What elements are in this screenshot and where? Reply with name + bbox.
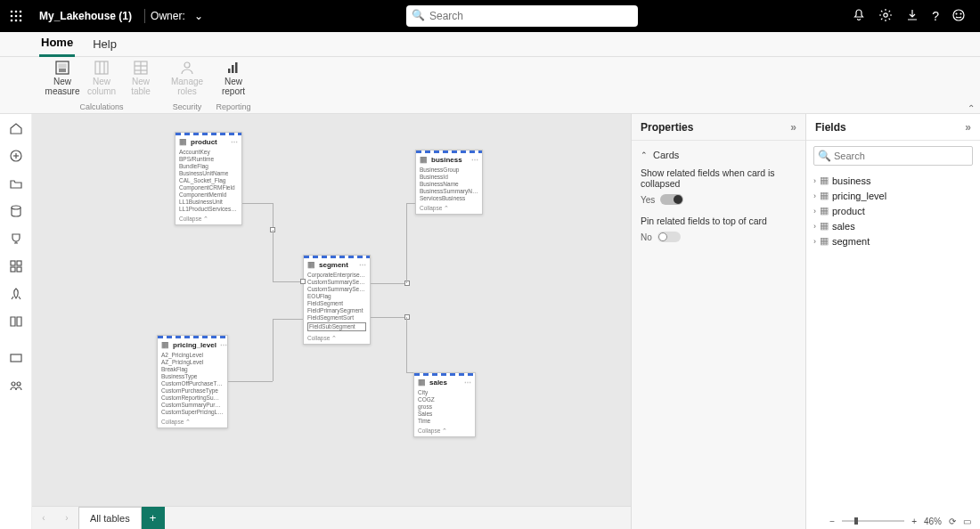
notifications-button[interactable] bbox=[852, 8, 866, 25]
table-icon: ▦ bbox=[420, 155, 428, 164]
group-label-calculations: Calculations bbox=[79, 102, 123, 113]
entity-collapse[interactable]: Collapse ⌃ bbox=[414, 427, 475, 436]
relationship-line[interactable] bbox=[406, 317, 407, 372]
relationship-line[interactable] bbox=[371, 283, 406, 284]
collapse-fields-icon[interactable]: » bbox=[965, 121, 971, 134]
relationship-endpoint[interactable] bbox=[404, 281, 410, 286]
global-search: 🔍 bbox=[406, 5, 638, 27]
apps-icon bbox=[9, 259, 23, 273]
svg-point-24 bbox=[184, 62, 190, 68]
table-icon: ▦ bbox=[418, 378, 426, 387]
pin-related-toggle[interactable] bbox=[657, 232, 681, 242]
cards-section-header[interactable]: ⌃ Cards bbox=[641, 146, 796, 164]
relationship-line[interactable] bbox=[228, 381, 273, 382]
entity-more-icon[interactable]: ⋯ bbox=[231, 138, 238, 146]
layout-tab-all-tables[interactable]: All tables bbox=[78, 507, 142, 529]
folder-icon bbox=[9, 176, 23, 191]
tab-help[interactable]: Help bbox=[91, 34, 118, 56]
svg-point-1 bbox=[15, 11, 18, 13]
entity-more-icon[interactable]: ⋯ bbox=[464, 378, 471, 387]
nav-metrics[interactable] bbox=[9, 232, 23, 248]
nav-learn[interactable] bbox=[9, 314, 23, 331]
fields-pane: Fields » 🔍 ›▦business ›▦pricing_level ›▦… bbox=[805, 114, 980, 529]
svg-rect-17 bbox=[95, 61, 108, 74]
nav-apps[interactable] bbox=[9, 259, 23, 276]
entity-more-icon[interactable]: ⋯ bbox=[471, 156, 478, 164]
toggle-yes-label: Yes bbox=[641, 195, 655, 205]
download-button[interactable] bbox=[905, 8, 919, 25]
nav-data-hub[interactable] bbox=[9, 204, 23, 221]
show-related-toggle[interactable] bbox=[660, 194, 683, 205]
chevron-right-icon: › bbox=[813, 176, 816, 185]
relationship-line[interactable] bbox=[406, 372, 413, 373]
relationship-line[interactable] bbox=[273, 230, 274, 281]
global-search-input[interactable] bbox=[406, 5, 638, 27]
field-table-product[interactable]: ›▦product bbox=[813, 203, 973, 218]
field-table-business[interactable]: ›▦business bbox=[813, 173, 973, 188]
entity-title: sales bbox=[429, 378, 447, 387]
relationship-line[interactable] bbox=[273, 281, 303, 282]
owner-dropdown[interactable]: Owner: ⌄ bbox=[151, 10, 207, 22]
tab-scroll-left[interactable]: ‹ bbox=[32, 507, 55, 529]
entity-more-icon[interactable]: ⋯ bbox=[220, 341, 227, 349]
zoom-in-button[interactable]: + bbox=[911, 517, 917, 526]
new-column-button: Newcolumn bbox=[84, 57, 119, 98]
entity-title: pricing_level bbox=[173, 341, 216, 349]
entity-segment[interactable]: ▦segment⋯ CorporateEnterpriseFlag Custom… bbox=[303, 255, 371, 345]
tab-home[interactable]: Home bbox=[39, 32, 75, 57]
relationship-line[interactable] bbox=[273, 319, 274, 381]
svg-point-12 bbox=[960, 13, 961, 14]
entity-collapse[interactable]: Collapse ⌃ bbox=[176, 215, 241, 224]
entity-product[interactable]: ▦product⋯ AccountKey BPS/Runtime BundleF… bbox=[175, 132, 242, 225]
entity-collapse[interactable]: Collapse ⌃ bbox=[158, 418, 227, 427]
nav-home[interactable] bbox=[9, 121, 23, 138]
relationship-line[interactable] bbox=[242, 203, 273, 204]
ribbon-group-security: Manageroles Security bbox=[164, 57, 210, 113]
nav-workspaces[interactable] bbox=[9, 378, 23, 395]
field-table-pricing-level[interactable]: ›▦pricing_level bbox=[813, 188, 973, 203]
nav-browse[interactable] bbox=[9, 176, 23, 193]
new-report-button[interactable]: Newreport bbox=[216, 57, 251, 98]
tab-scroll-right[interactable]: › bbox=[55, 507, 78, 529]
field-table-segment[interactable]: ›▦segment bbox=[813, 233, 973, 248]
zoom-slider[interactable] bbox=[842, 520, 904, 522]
datahub-icon bbox=[9, 204, 23, 218]
entity-pricing-level[interactable]: ▦pricing_level⋯ A2_PricingLevel AZ_Prici… bbox=[157, 335, 228, 428]
relationship-endpoint[interactable] bbox=[300, 279, 306, 284]
nav-create[interactable] bbox=[9, 149, 23, 166]
field-table-sales[interactable]: ›▦sales bbox=[813, 218, 973, 233]
svg-point-10 bbox=[953, 10, 964, 20]
smiley-icon bbox=[951, 8, 966, 22]
model-canvas[interactable]: ▦product⋯ AccountKey BPS/Runtime BundleF… bbox=[32, 114, 631, 506]
add-layout-button[interactable]: + bbox=[142, 507, 165, 529]
nav-workspace[interactable] bbox=[9, 351, 23, 368]
reset-zoom-button[interactable]: ⟳ bbox=[949, 517, 956, 526]
entity-more-icon[interactable]: ⋯ bbox=[359, 261, 366, 269]
svg-point-38 bbox=[17, 382, 20, 386]
new-measure-button[interactable]: Newmeasure bbox=[45, 57, 80, 98]
entity-business[interactable]: ▦business⋯ BusinessGroup BusinessId Busi… bbox=[415, 150, 483, 215]
fields-search-input[interactable] bbox=[813, 146, 973, 166]
feedback-button[interactable] bbox=[951, 8, 966, 25]
relationship-line[interactable] bbox=[371, 317, 406, 318]
entity-sales[interactable]: ▦sales⋯ City COGZ gross Sales Time Colla… bbox=[413, 372, 476, 437]
fit-to-screen-button[interactable]: ▭ bbox=[963, 517, 971, 526]
collapse-properties-icon[interactable]: » bbox=[790, 121, 796, 134]
app-launcher-button[interactable] bbox=[0, 9, 32, 23]
relationship-line[interactable] bbox=[406, 203, 415, 204]
help-button[interactable]: ? bbox=[932, 9, 939, 23]
entity-collapse[interactable]: Collapse ⌃ bbox=[416, 204, 482, 214]
settings-button[interactable] bbox=[878, 8, 893, 25]
relationship-endpoint[interactable] bbox=[404, 314, 410, 320]
nav-deployment[interactable] bbox=[9, 287, 23, 304]
zoom-out-button[interactable]: − bbox=[829, 517, 835, 526]
roles-icon bbox=[179, 60, 195, 76]
relationship-line[interactable] bbox=[406, 203, 407, 283]
svg-rect-33 bbox=[17, 261, 21, 265]
ribbon-collapse-button[interactable]: ⌃ bbox=[968, 103, 975, 113]
manage-roles-button: Manageroles bbox=[169, 57, 205, 98]
relationship-line[interactable] bbox=[273, 203, 274, 230]
entity-collapse[interactable]: Collapse ⌃ bbox=[304, 334, 370, 344]
ribbon-group-calculations: Newmeasure Newcolumn Newtable Calculatio… bbox=[39, 57, 164, 113]
relationship-line[interactable] bbox=[273, 319, 303, 320]
